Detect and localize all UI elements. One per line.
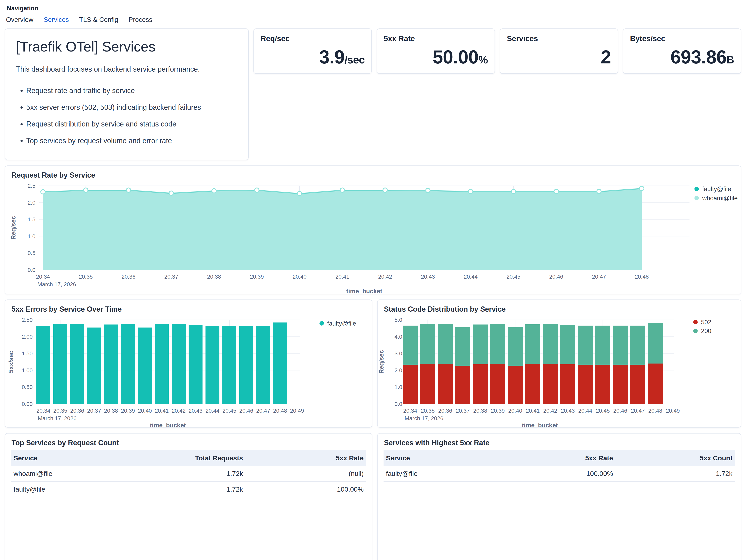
table-column-header: Service (11, 450, 171, 466)
svg-text:1.50: 1.50 (22, 350, 33, 357)
dashboard-page: Navigation Overview Services TLS & Confi… (0, 0, 744, 560)
metric-number: 693.86 (670, 46, 727, 68)
svg-text:1.5: 1.5 (28, 216, 35, 223)
tab-tls-config[interactable]: TLS & Config (79, 16, 118, 24)
tab-services[interactable]: Services (44, 16, 69, 24)
svg-text:0.0: 0.0 (28, 267, 35, 273)
errors-chart-panel: 5xx Errors by Service Over Time 0.000.50… (5, 299, 372, 428)
errors-bar-chart[interactable]: 0.000.501.001.502.002.5020:3420:3520:362… (5, 300, 372, 427)
table-cell: whoami@file (11, 466, 171, 481)
legend-item[interactable]: faulty@file (320, 320, 356, 327)
table-row: faulty@file1.72k100.00% (11, 481, 366, 497)
svg-text:20:43: 20:43 (421, 274, 435, 280)
metric-title: 5xx Rate (384, 34, 488, 43)
svg-text:20:35: 20:35 (79, 274, 93, 280)
svg-text:Req/sec: Req/sec (378, 350, 385, 374)
svg-text:20:45: 20:45 (507, 274, 520, 280)
svg-text:4.0: 4.0 (395, 334, 402, 340)
svg-text:20:36: 20:36 (438, 408, 452, 414)
table-cell: 1.72k (171, 466, 246, 481)
table-cell: 100.00% (245, 481, 366, 497)
svg-text:20:36: 20:36 (121, 274, 136, 280)
svg-text:time_bucket: time_bucket (346, 288, 382, 294)
metric-value: 693.86 B (670, 46, 734, 68)
svg-text:20:49: 20:49 (666, 408, 680, 414)
bullet-item: 5xx server errors (502, 503) indicating … (26, 103, 237, 112)
svg-text:200: 200 (701, 327, 711, 334)
svg-text:20:41: 20:41 (526, 408, 540, 414)
svg-text:502: 502 (701, 319, 711, 326)
bullet-item: Request distribution by service and stat… (26, 120, 237, 128)
table-column-header: 5xx Count (616, 450, 735, 466)
bullet-item: Top services by request volume and error… (26, 136, 237, 145)
svg-text:20:43: 20:43 (561, 408, 575, 414)
request-rate-area-chart[interactable]: 0.00.51.01.52.02.520:3420:3520:3620:3720… (5, 166, 741, 294)
svg-text:1.00: 1.00 (22, 367, 33, 373)
table-cell: faulty@file (383, 466, 542, 481)
svg-text:20:37: 20:37 (164, 274, 178, 280)
dashboard-title: [Traefik OTel] Services (16, 39, 237, 55)
metric-panel-bytes-sec: Bytes/sec 693.86 B (623, 29, 741, 74)
top-services-table: ServiceTotal Requests5xx Ratewhoami@file… (11, 450, 366, 497)
navigation-heading: Navigation (5, 5, 741, 12)
svg-text:20:34: 20:34 (36, 408, 50, 414)
svg-text:3.0: 3.0 (395, 350, 402, 357)
svg-text:1.0: 1.0 (28, 233, 35, 239)
metric-title: Req/sec (261, 34, 365, 43)
svg-text:20:42: 20:42 (543, 408, 557, 414)
status-code-stacked-chart[interactable]: 0.01.02.03.04.05.020:3420:3520:3620:3720… (378, 300, 741, 427)
svg-text:20:49: 20:49 (290, 408, 304, 414)
metric-panel-req-sec: Req/sec 3.9 /sec (253, 29, 372, 74)
svg-text:20:42: 20:42 (172, 408, 186, 414)
metric-number: 2 (601, 46, 611, 68)
svg-text:20:45: 20:45 (596, 408, 610, 414)
svg-text:2.00: 2.00 (22, 334, 33, 340)
svg-text:20:36: 20:36 (70, 408, 84, 414)
table-column-header: Service (383, 450, 542, 466)
tab-overview[interactable]: Overview (6, 16, 33, 24)
svg-text:20:45: 20:45 (222, 408, 236, 414)
svg-text:March 17, 2026: March 17, 2026 (38, 415, 77, 422)
svg-text:20:46: 20:46 (613, 408, 627, 414)
tab-process[interactable]: Process (128, 16, 152, 24)
svg-text:20:46: 20:46 (549, 274, 563, 280)
svg-text:20:40: 20:40 (293, 274, 306, 280)
legend-item[interactable]: 502 (693, 319, 711, 326)
svg-text:20:47: 20:47 (631, 408, 645, 414)
svg-text:2.0: 2.0 (395, 367, 402, 373)
table-column-header: 5xx Rate (245, 450, 366, 466)
metric-unit: % (478, 53, 488, 66)
svg-text:20:46: 20:46 (239, 408, 253, 414)
data-table: ServiceTotal Requests5xx Ratewhoami@file… (11, 450, 366, 497)
svg-text:0.5: 0.5 (28, 250, 35, 256)
svg-text:20:47: 20:47 (592, 274, 606, 280)
navigation-tabs: Overview Services TLS & Config Process (5, 16, 741, 24)
svg-text:20:39: 20:39 (491, 408, 505, 414)
legend-item[interactable]: whoami@file (695, 195, 738, 202)
svg-text:20:41: 20:41 (155, 408, 169, 414)
metric-panel-services: Services 2 (500, 29, 618, 74)
svg-text:20:39: 20:39 (250, 274, 264, 280)
metric-number: 3.9 (319, 46, 344, 68)
metric-number: 50.00 (433, 46, 478, 68)
metric-value: 50.00 % (433, 46, 488, 68)
svg-text:time_bucket: time_bucket (522, 422, 558, 428)
svg-text:20:44: 20:44 (464, 274, 478, 280)
legend-item[interactable]: 200 (693, 327, 711, 334)
svg-text:20:43: 20:43 (189, 408, 202, 414)
metric-title: Bytes/sec (630, 34, 734, 43)
request-rate-chart-panel: Request Rate by Service 0.00.51.01.52.02… (5, 165, 741, 294)
svg-text:20:35: 20:35 (421, 408, 435, 414)
svg-text:20:37: 20:37 (456, 408, 470, 414)
svg-text:20:34: 20:34 (36, 274, 50, 280)
legend-item[interactable]: faulty@file (695, 186, 731, 193)
svg-text:2.5: 2.5 (28, 183, 35, 189)
metric-unit: /sec (344, 53, 365, 66)
svg-text:20:38: 20:38 (104, 408, 118, 414)
data-table: Service5xx Rate5xx Countfaulty@file100.0… (383, 450, 735, 482)
table-cell: 1.72k (171, 481, 246, 497)
svg-text:20:42: 20:42 (378, 274, 392, 280)
highest-5xx-table-panel: Services with Highest 5xx Rate Service5x… (377, 433, 741, 560)
table-cell: 1.72k (616, 466, 735, 481)
svg-text:faulty@file: faulty@file (702, 186, 731, 193)
